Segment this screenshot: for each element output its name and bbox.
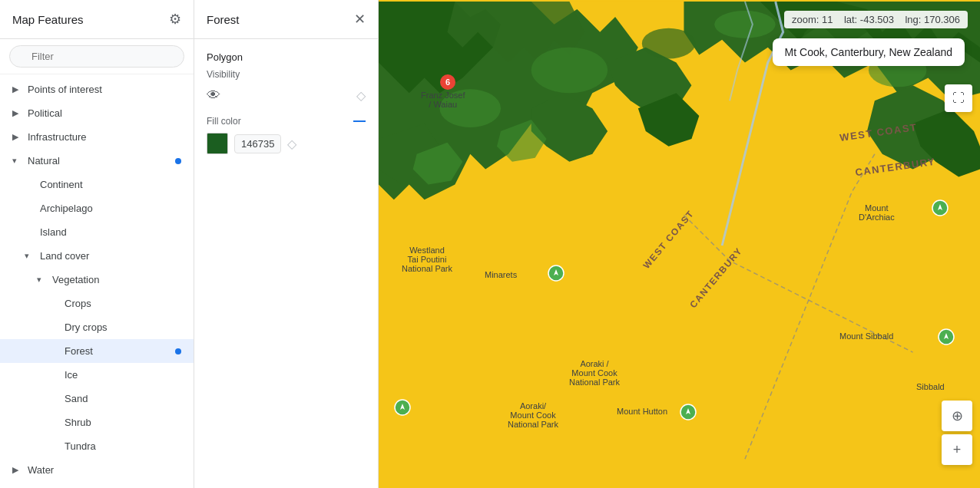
location-text: Mt Cook, Canterbury, New Zealand <box>785 46 952 58</box>
location-button[interactable]: ⊕ <box>942 401 972 431</box>
fill-color-text: Fill color <box>207 116 241 127</box>
mount-hutton-poi <box>680 404 697 423</box>
sidebar-item-dry-crops[interactable]: Dry crops <box>0 315 194 339</box>
diamond-icon[interactable]: ◇ <box>356 88 366 103</box>
nav-item-label: Political <box>28 107 62 119</box>
color-diamond-icon[interactable]: ◇ <box>287 137 296 151</box>
sidebar-item-forest[interactable]: Forest <box>0 339 194 363</box>
zoom-in-button[interactable]: + <box>942 434 972 465</box>
map-area[interactable]: zoom: 11 lat: -43.503 lng: 170.306 Mt Co… <box>379 0 980 488</box>
nav-item-label: Island <box>40 226 67 238</box>
sidebar-item-continent[interactable]: Continent <box>0 173 194 196</box>
nav-item-label: Forest <box>65 345 93 357</box>
nav-item-label: Water <box>28 464 54 476</box>
detail-panel: Forest ✕ Polygon Visibility 👁 ◇ Fill col… <box>194 0 379 488</box>
filter-wrap: ≡ <box>9 45 184 68</box>
chevron-icon: ▾ <box>37 275 46 285</box>
chevron-icon: ▾ <box>12 156 22 166</box>
nav-item-label: Shrub <box>65 417 91 428</box>
fullscreen-button[interactable]: ⛶ <box>945 84 972 112</box>
sidebar-item-ice[interactable]: Ice <box>0 363 194 387</box>
detail-header: Forest ✕ <box>194 0 378 39</box>
svg-point-2 <box>531 48 608 94</box>
sidebar-item-political[interactable]: ▶Political <box>0 101 194 125</box>
chevron-icon: ▶ <box>12 108 22 118</box>
close-icon[interactable]: ✕ <box>354 11 366 28</box>
nav-item-label: Vegetation <box>52 274 99 285</box>
nav-item-label: Natural <box>28 155 60 167</box>
franz-josef-marker: 6 <box>440 74 455 90</box>
chevron-icon: ▾ <box>25 251 34 261</box>
nav-item-label: Ice <box>65 369 78 381</box>
sidebar-header: Map Features ⚙ <box>0 0 194 39</box>
color-row: 146735 ◇ <box>207 133 366 154</box>
gear-icon[interactable]: ⚙ <box>169 11 181 28</box>
color-swatch[interactable] <box>207 133 228 154</box>
chevron-icon: ▶ <box>12 84 22 94</box>
sidebar-item-crops[interactable]: Crops <box>0 292 194 315</box>
sidebar-item-sand[interactable]: Sand <box>0 387 194 411</box>
sidebar-item-infrastructure[interactable]: ▶Infrastructure <box>0 125 194 149</box>
mount-darchiac-poi <box>932 199 949 219</box>
svg-point-3 <box>642 28 696 59</box>
map-controls: ⊕ + <box>942 401 972 465</box>
detail-title: Forest <box>207 13 240 26</box>
nav-item-label: Sand <box>65 393 88 404</box>
nav-list: ▶Points of interest▶Political▶Infrastruc… <box>0 74 194 488</box>
visibility-label: Visibility <box>207 69 366 80</box>
visibility-row: 👁 ◇ <box>207 87 366 104</box>
color-hex-value[interactable]: 146735 <box>234 134 281 153</box>
nav-item-label: Crops <box>65 298 91 309</box>
svg-point-1 <box>439 89 500 127</box>
nav-item-label: Continent <box>40 179 83 190</box>
active-dot <box>175 348 181 354</box>
eye-icon[interactable]: 👁 <box>207 87 220 104</box>
sidebar-item-points-of-interest[interactable]: ▶Points of interest <box>0 77 194 101</box>
active-dot <box>175 158 181 164</box>
nav-item-label: Dry crops <box>65 321 108 333</box>
filter-input[interactable] <box>9 45 184 68</box>
chevron-icon: ▶ <box>12 132 22 142</box>
sidebar-item-tundra[interactable]: Tundra <box>0 434 194 458</box>
detail-section: Polygon Visibility 👁 ◇ Fill color 146735… <box>194 39 378 176</box>
nav-item-label: Points of interest <box>28 84 102 95</box>
nav-item-label: Tundra <box>65 440 96 452</box>
fill-color-label: Fill color <box>207 116 366 127</box>
location-tooltip: Mt Cook, Canterbury, New Zealand <box>773 38 965 66</box>
mount-sibbald-poi <box>938 328 955 348</box>
sidebar-item-shrub[interactable]: Shrub <box>0 411 194 434</box>
fill-line <box>353 120 366 122</box>
minarets-poi <box>548 265 564 284</box>
sidebar-item-water[interactable]: ▶Water <box>0 458 194 482</box>
nav-item-label: Infrastructure <box>28 131 87 143</box>
sidebar-item-natural[interactable]: ▾Natural <box>0 149 194 173</box>
sidebar-title: Map Features <box>12 13 84 26</box>
svg-point-4 <box>714 11 775 38</box>
sidebar-item-archipelago[interactable]: Archipelago <box>0 196 194 220</box>
fill-color-row: Fill color 146735 ◇ <box>207 116 366 154</box>
polygon-label: Polygon <box>207 51 366 63</box>
sidebar: Map Features ⚙ ≡ ▶Points of interest▶Pol… <box>0 0 194 488</box>
sidebar-item-island[interactable]: Island <box>0 220 194 244</box>
sidebar-item-land-cover[interactable]: ▾Land cover <box>0 244 194 268</box>
filter-box: ≡ <box>0 39 194 74</box>
chevron-icon: ▶ <box>12 465 22 475</box>
nav-item-label: Archipelago <box>40 203 93 214</box>
sidebar-item-vegetation[interactable]: ▾Vegetation <box>0 268 194 292</box>
sidebar-item-background[interactable]: Background <box>0 482 194 488</box>
nav-item-label: Land cover <box>40 250 89 262</box>
aoraki-poi-left <box>394 399 411 418</box>
